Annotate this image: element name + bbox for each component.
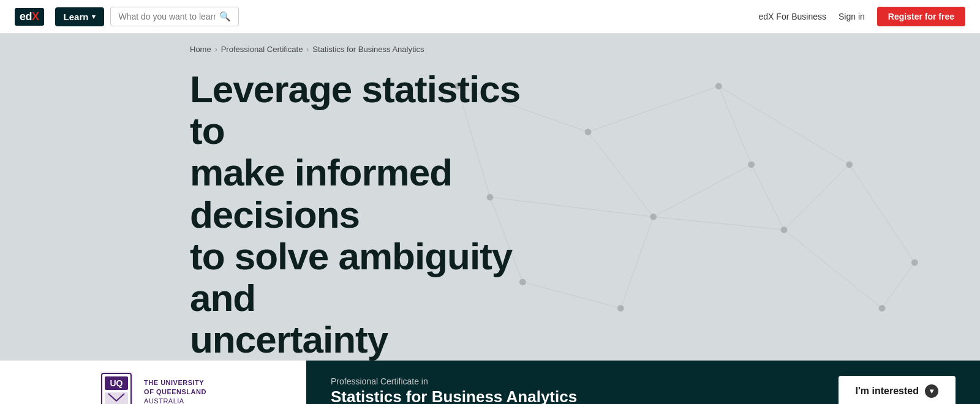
svg-line-1: [588, 86, 718, 132]
hero-content: Leverage statistics to make informed dec…: [0, 54, 551, 361]
svg-line-9: [784, 230, 882, 308]
svg-point-25: [879, 305, 886, 312]
svg-line-15: [654, 165, 752, 217]
svg-point-22: [781, 226, 788, 233]
breadcrumb-home[interactable]: Home: [190, 45, 211, 54]
header-right: edX For Business Sign in Register for fr…: [759, 7, 965, 26]
breadcrumb: Home › Professional Certificate › Statis…: [0, 34, 980, 54]
university-name-line1: The University: [144, 378, 206, 387]
hero-title: Leverage statistics to make informed dec…: [190, 69, 551, 361]
university-name-line2: of Queensland: [144, 387, 206, 397]
svg-line-10: [620, 217, 653, 308]
svg-line-2: [718, 86, 849, 165]
cert-title: Statistics for Business Analytics: [331, 387, 814, 404]
register-button[interactable]: Register for free: [877, 7, 965, 26]
search-bar[interactable]: 🔍: [110, 7, 239, 26]
svg-point-24: [911, 259, 918, 266]
svg-line-13: [718, 86, 751, 165]
search-icon[interactable]: 🔍: [216, 11, 231, 22]
svg-line-14: [752, 165, 784, 230]
main-header: edX Learn ▾ 🔍 edX For Business Sign in R…: [0, 0, 980, 34]
breadcrumb-sep-1: ›: [215, 45, 217, 54]
chevron-down-icon: ▾: [92, 13, 96, 21]
svg-text:UQ: UQ: [110, 378, 123, 388]
svg-point-19: [715, 83, 722, 89]
sign-in-button[interactable]: Sign in: [839, 12, 865, 21]
svg-line-16: [882, 263, 914, 309]
svg-point-20: [846, 161, 853, 168]
interested-button[interactable]: I'm interested ▾: [839, 376, 956, 404]
svg-line-3: [588, 132, 654, 217]
university-text: The University of Queensland Australia: [144, 378, 206, 404]
search-input[interactable]: [118, 12, 216, 21]
uq-shield-icon: UQ: [100, 372, 133, 404]
svg-point-26: [617, 305, 624, 312]
edx-logo[interactable]: edX: [15, 8, 44, 26]
cert-bar-info: Professional Certificate in Statistics f…: [306, 361, 980, 404]
learn-label: Learn: [64, 12, 89, 22]
university-logo-section: UQ The University of Queensland Australi…: [0, 361, 306, 404]
svg-line-5: [784, 165, 850, 230]
cert-bar-text: Professional Certificate in Statistics f…: [331, 376, 814, 404]
svg-line-8: [850, 165, 915, 263]
chevron-circle-down-icon: ▾: [925, 384, 938, 398]
svg-point-28: [748, 161, 755, 168]
breadcrumb-sep-2: ›: [306, 45, 309, 54]
logo-text: edX: [15, 8, 44, 26]
learn-button[interactable]: Learn ▾: [55, 7, 105, 26]
hero-section: Home › Professional Certificate › Statis…: [0, 34, 980, 361]
breadcrumb-current: Statistics for Business Analytics: [312, 45, 424, 54]
svg-point-18: [585, 129, 592, 135]
cert-label: Professional Certificate in: [331, 376, 814, 386]
edx-for-business-link[interactable]: edX For Business: [759, 12, 827, 21]
cert-bar: UQ The University of Queensland Australi…: [0, 361, 980, 404]
breadcrumb-professional-certificate[interactable]: Professional Certificate: [221, 45, 303, 54]
svg-line-4: [654, 217, 784, 230]
university-country: Australia: [144, 397, 206, 404]
svg-point-21: [650, 214, 657, 220]
interested-label: I'm interested: [856, 386, 919, 397]
